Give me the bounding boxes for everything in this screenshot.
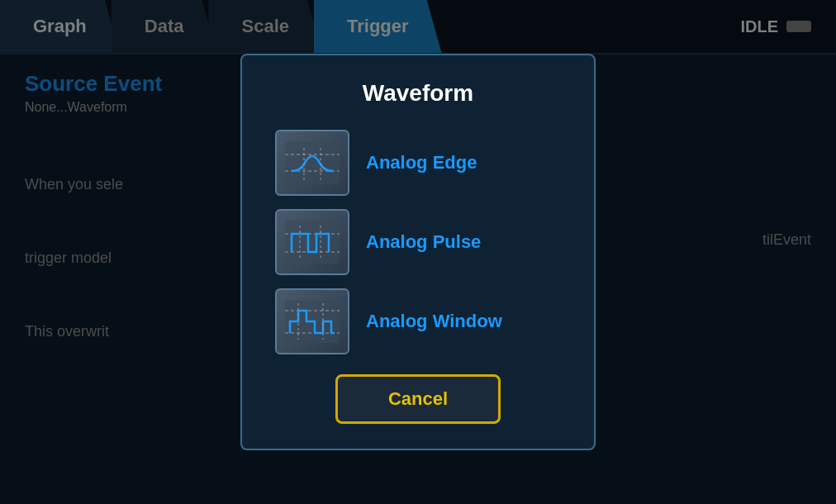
analog-window-option[interactable]: Analog Window [275, 288, 561, 354]
analog-pulse-svg [283, 219, 341, 265]
analog-edge-option[interactable]: Analog Edge [275, 130, 561, 196]
main-screen: Graph Data Scale Trigger IDLE Source Eve… [0, 0, 836, 504]
analog-window-icon [275, 288, 349, 354]
analog-edge-svg [283, 140, 341, 186]
analog-edge-label: Analog Edge [366, 152, 477, 174]
analog-window-label: Analog Window [366, 311, 502, 332]
analog-pulse-icon [275, 209, 349, 275]
analog-pulse-label: Analog Pulse [366, 231, 481, 253]
analog-edge-icon [275, 130, 349, 196]
analog-window-svg [283, 298, 341, 345]
svg-rect-5 [285, 221, 340, 264]
modal-title: Waveform [275, 80, 561, 107]
cancel-button[interactable]: Cancel [335, 374, 501, 424]
svg-rect-0 [285, 141, 340, 184]
analog-pulse-option[interactable]: Analog Pulse [275, 209, 561, 275]
waveform-modal: Waveform Analog Edge [240, 54, 596, 450]
